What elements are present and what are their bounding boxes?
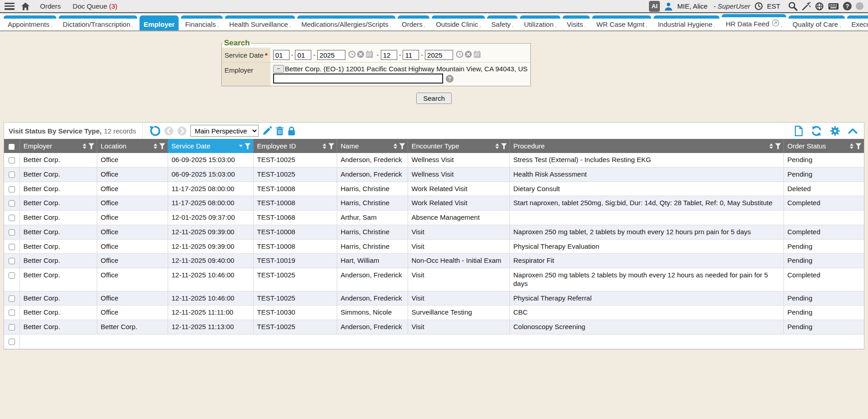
row-checkbox[interactable] xyxy=(9,157,15,163)
row-checkbox[interactable] xyxy=(9,172,15,178)
external-link-icon[interactable] xyxy=(772,19,779,28)
tab[interactable]: HR Data Feed xyxy=(722,14,786,30)
sort-control[interactable] xyxy=(495,143,499,149)
delete-trash-icon[interactable] xyxy=(275,126,284,136)
row-checkbox[interactable] xyxy=(9,296,15,302)
tab[interactable]: Industrial Hygiene xyxy=(653,15,719,30)
filter-funnel-icon[interactable] xyxy=(328,143,334,149)
user-icon[interactable] xyxy=(664,2,673,11)
clear-date-icon[interactable] xyxy=(357,50,364,60)
date-from-year-input[interactable] xyxy=(317,50,345,60)
cell-encounter-type: Wellness Visit xyxy=(408,167,509,182)
sort-control[interactable] xyxy=(154,143,157,149)
row-checkbox[interactable] xyxy=(9,229,15,236)
tab[interactable]: Outside Clinic xyxy=(432,15,485,30)
date-to-year-input[interactable] xyxy=(425,50,453,60)
breadcrumb-doc-queue[interactable]: Doc Queue (3) xyxy=(73,2,117,10)
column-header[interactable]: Employer xyxy=(20,139,97,153)
search-icon[interactable] xyxy=(788,1,798,11)
footer-checkbox[interactable] xyxy=(9,339,15,345)
sort-desc-icon xyxy=(495,147,499,149)
tab[interactable]: Employer xyxy=(140,15,179,30)
row-checkbox[interactable] xyxy=(9,215,15,221)
keyboard-icon[interactable] xyxy=(828,3,839,10)
date-from-day-input[interactable] xyxy=(295,50,311,60)
date-to-day-input[interactable] xyxy=(403,50,419,60)
column-header[interactable]: Encounter Type xyxy=(408,139,509,153)
filter-funnel-icon[interactable] xyxy=(159,143,165,149)
tab[interactable]: Utilization xyxy=(520,15,560,30)
column-header[interactable]: Name xyxy=(337,139,408,153)
select-all-checkbox[interactable] xyxy=(9,144,15,150)
breadcrumb-orders[interactable]: Orders xyxy=(40,2,61,10)
sort-control[interactable] xyxy=(850,143,853,149)
row-checkbox[interactable] xyxy=(9,244,15,250)
tab[interactable]: Financials xyxy=(181,15,223,30)
clock-icon[interactable] xyxy=(754,2,763,10)
tab[interactable]: Safety xyxy=(487,15,518,30)
sort-control[interactable] xyxy=(769,143,773,149)
column-header[interactable]: Order Status xyxy=(783,139,864,153)
search-button[interactable]: Search xyxy=(416,93,452,104)
sort-asc-icon xyxy=(394,143,397,146)
filter-funnel-icon[interactable] xyxy=(775,143,781,149)
calendar-icon[interactable] xyxy=(473,50,481,60)
tab[interactable]: WR Case Mgmt xyxy=(592,15,651,30)
filter-funnel-icon[interactable] xyxy=(244,143,251,149)
tab[interactable]: Appointments xyxy=(4,15,56,30)
settings-gear-icon[interactable] xyxy=(830,126,840,136)
row-checkbox[interactable] xyxy=(9,324,15,330)
sort-control[interactable] xyxy=(239,145,243,147)
column-header[interactable]: Location xyxy=(97,139,168,153)
tab[interactable]: Visits xyxy=(563,15,590,30)
sort-control[interactable] xyxy=(83,143,86,149)
home-icon[interactable] xyxy=(21,2,30,10)
phone-globe-icon[interactable] xyxy=(815,2,824,11)
perspective-select[interactable]: Main Perspective xyxy=(190,125,259,137)
cell-name: Anderson, Frederick xyxy=(337,291,408,306)
tab[interactable]: Quality of Care xyxy=(788,15,845,30)
date-to-month-input[interactable] xyxy=(381,50,397,60)
date-from-month-input[interactable] xyxy=(273,50,289,60)
cell-service-date: 12-11-2025 11:13:00 xyxy=(168,320,253,335)
edit-pencil-icon[interactable] xyxy=(262,126,272,136)
collapse-chevron-up-icon[interactable] xyxy=(848,128,858,134)
user-name[interactable]: MIE, Alice xyxy=(677,2,708,10)
column-header[interactable]: Service Date xyxy=(168,139,253,153)
undo-icon[interactable] xyxy=(149,125,160,137)
lock-icon[interactable] xyxy=(288,126,295,136)
column-header[interactable]: Employee ID xyxy=(253,139,337,153)
tab[interactable]: Dictation/Transcription xyxy=(59,15,137,30)
sort-control[interactable] xyxy=(394,143,397,149)
time-picker-icon[interactable] xyxy=(456,50,464,60)
column-header[interactable]: Procedure xyxy=(509,139,783,153)
filter-funnel-icon[interactable] xyxy=(399,143,405,149)
tab[interactable]: Health Surveillance xyxy=(225,15,295,30)
filter-funnel-icon[interactable] xyxy=(88,143,95,149)
tab[interactable]: Executive Dashboard xyxy=(847,15,868,30)
help-icon[interactable]: ? xyxy=(843,2,852,10)
collapse-employer-button[interactable]: − xyxy=(273,65,284,73)
refresh-icon[interactable] xyxy=(811,125,822,137)
sort-control[interactable] xyxy=(323,143,326,149)
row-checkbox[interactable] xyxy=(9,186,15,192)
export-document-icon[interactable] xyxy=(794,126,803,136)
next-page-icon[interactable] xyxy=(177,126,187,136)
magic-wand-icon[interactable] xyxy=(802,2,811,11)
calendar-icon[interactable] xyxy=(365,50,374,60)
ai-badge[interactable]: AI xyxy=(649,1,660,12)
employer-help-icon[interactable]: ? xyxy=(446,75,454,83)
time-picker-icon[interactable] xyxy=(348,50,356,60)
filter-funnel-icon[interactable] xyxy=(855,143,862,149)
clear-date-icon[interactable] xyxy=(464,50,472,60)
row-checkbox[interactable] xyxy=(9,258,15,264)
tab[interactable]: Medications/Allergies/Scripts xyxy=(297,15,395,30)
row-checkbox[interactable] xyxy=(9,272,15,279)
hamburger-menu-icon[interactable] xyxy=(5,3,15,10)
prev-page-icon[interactable] xyxy=(164,126,174,136)
employer-search-input[interactable] xyxy=(273,74,443,84)
row-checkbox[interactable] xyxy=(9,310,15,316)
row-checkbox[interactable] xyxy=(9,200,15,207)
tab[interactable]: Orders xyxy=(398,15,429,30)
filter-funnel-icon[interactable] xyxy=(501,143,507,149)
